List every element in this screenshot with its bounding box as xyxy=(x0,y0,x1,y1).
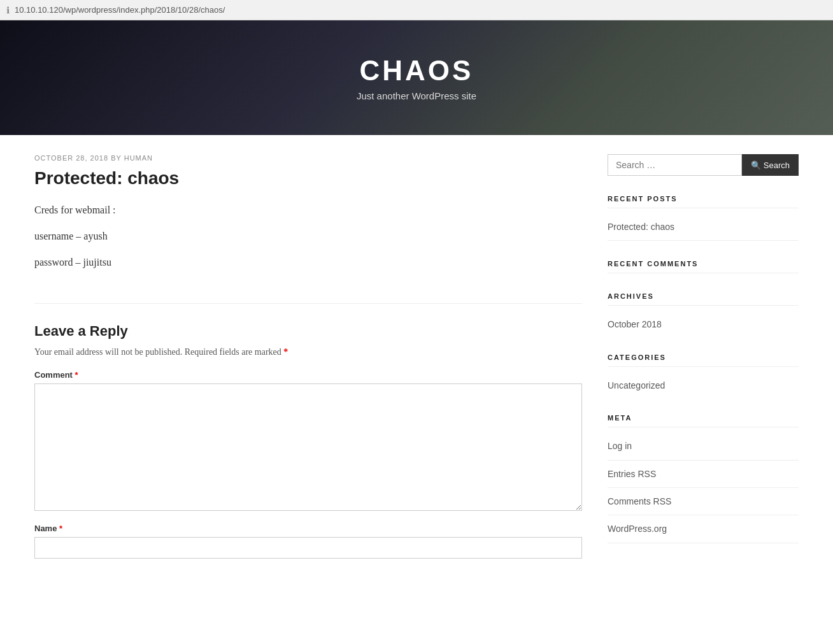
search-input[interactable] xyxy=(608,154,742,176)
sidebar-recent-comments: RECENT COMMENTS xyxy=(608,260,799,273)
meta-list: Log inEntries RSSComments RSSWordPress.o… xyxy=(608,436,799,543)
name-input[interactable] xyxy=(34,537,582,559)
sidebar-meta: META Log inEntries RSSComments RSSWordPr… xyxy=(608,414,799,543)
archives-list: October 2018 xyxy=(608,315,799,334)
post-line1: Creds for webmail : xyxy=(34,201,582,218)
post-meta: OCTOBER 28, 2018 BY HUMAN xyxy=(34,154,582,162)
sidebar-categories: CATEGORIES Uncategorized xyxy=(608,354,799,395)
site-header: CHAOS Just another WordPress site xyxy=(0,20,833,135)
recent-post-link[interactable]: Protected: chaos xyxy=(608,217,799,236)
comment-note: Your email address will not be published… xyxy=(34,347,582,357)
archive-link[interactable]: October 2018 xyxy=(608,315,799,334)
categories-title: CATEGORIES xyxy=(608,354,799,367)
post-line2: username – ayush xyxy=(34,227,582,245)
site-title: CHAOS xyxy=(360,55,474,87)
comment-textarea[interactable] xyxy=(34,383,582,511)
name-label: Name * xyxy=(34,524,582,533)
site-tagline: Just another WordPress site xyxy=(357,90,476,101)
meta-title: META xyxy=(608,414,799,427)
meta-link[interactable]: Entries RSS xyxy=(608,464,799,483)
post-content: Creds for webmail : username – ayush pas… xyxy=(34,201,582,271)
info-icon: ℹ xyxy=(6,5,10,15)
post-by: BY xyxy=(111,154,121,162)
post-date: OCTOBER 28, 2018 xyxy=(34,154,108,162)
comment-field-group: Comment * xyxy=(34,370,582,513)
url-text: 10.10.10.120/wp/wordpress/index.php/2018… xyxy=(15,5,225,15)
search-form: 🔍 Search xyxy=(608,154,799,176)
search-button[interactable]: 🔍 Search xyxy=(742,154,799,176)
address-bar: ℹ 10.10.10.120/wp/wordpress/index.php/20… xyxy=(0,0,833,20)
post-author[interactable]: HUMAN xyxy=(124,154,153,162)
site-content: OCTOBER 28, 2018 BY HUMAN Protected: cha… xyxy=(22,135,811,588)
category-link[interactable]: Uncategorized xyxy=(608,376,799,395)
sidebar-archives: ARCHIVES October 2018 xyxy=(608,292,799,334)
meta-link[interactable]: Log in xyxy=(608,436,799,455)
sidebar-search-section: 🔍 Search xyxy=(608,154,799,176)
main-content: OCTOBER 28, 2018 BY HUMAN Protected: cha… xyxy=(34,154,582,569)
recent-posts-list: Protected: chaos xyxy=(608,217,799,241)
post-title: Protected: chaos xyxy=(34,168,582,189)
post-line3: password – jiujitsu xyxy=(34,254,582,271)
sidebar-recent-posts: RECENT POSTS Protected: chaos xyxy=(608,195,799,241)
comment-form: Comment * Name * xyxy=(34,370,582,559)
search-icon: 🔍 xyxy=(751,161,761,170)
recent-comments-title: RECENT COMMENTS xyxy=(608,260,799,273)
comment-section: Leave a Reply Your email address will no… xyxy=(34,303,582,559)
sidebar: 🔍 Search RECENT POSTS Protected: chaos R… xyxy=(608,154,799,569)
meta-link[interactable]: WordPress.org xyxy=(608,519,799,538)
categories-list: Uncategorized xyxy=(608,376,799,395)
archives-title: ARCHIVES xyxy=(608,292,799,306)
name-field-group: Name * xyxy=(34,524,582,559)
meta-link[interactable]: Comments RSS xyxy=(608,492,799,511)
leave-reply-title: Leave a Reply xyxy=(34,323,582,340)
recent-posts-title: RECENT POSTS xyxy=(608,195,799,208)
comment-label: Comment * xyxy=(34,370,582,380)
